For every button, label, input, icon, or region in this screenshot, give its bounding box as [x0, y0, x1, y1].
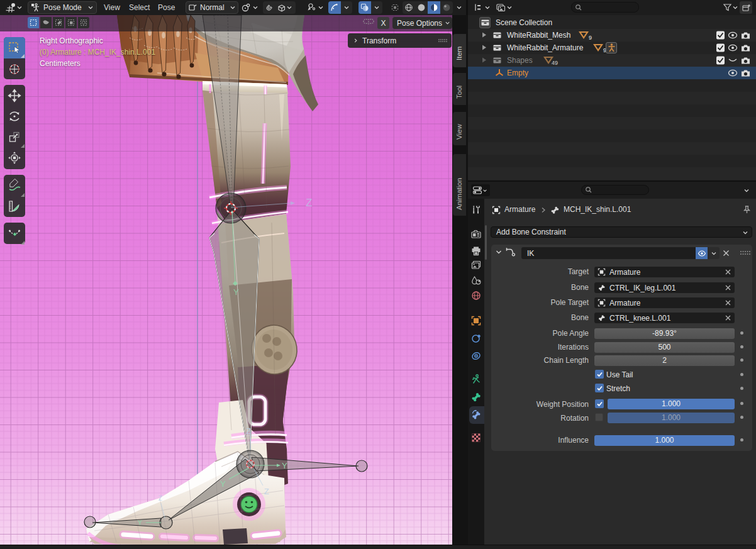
svg-text:Z: Z — [306, 197, 312, 209]
svg-text:Y: Y — [138, 519, 142, 526]
svg-text:Z: Z — [246, 426, 251, 436]
svg-text:49: 49 — [552, 60, 558, 66]
svg-text:Y: Y — [282, 461, 287, 470]
svg-text:Y: Y — [220, 479, 226, 489]
svg-text:9: 9 — [589, 35, 592, 41]
svg-text:Y: Y — [233, 287, 239, 297]
svg-text:Z: Z — [158, 495, 162, 502]
svg-text:Z: Z — [264, 487, 269, 496]
